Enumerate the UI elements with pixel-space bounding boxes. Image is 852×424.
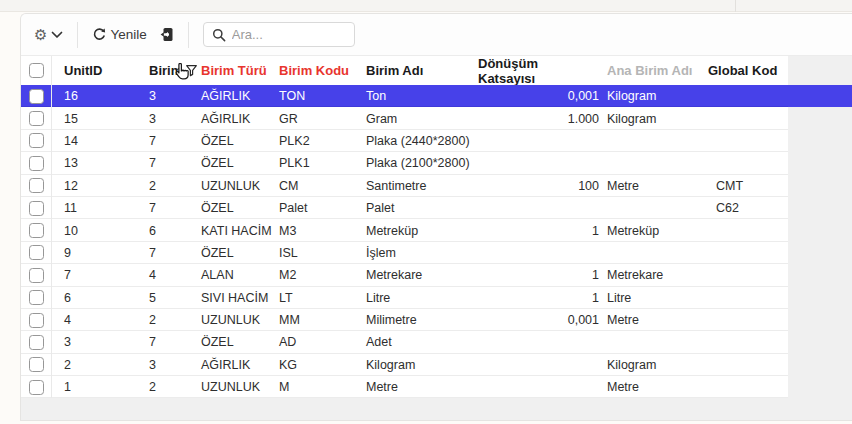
cell-global_kod [706, 287, 788, 309]
filter-icon[interactable] [185, 64, 198, 77]
row-checkbox[interactable] [29, 223, 44, 238]
column-header-label: UnitID [64, 63, 102, 78]
column-separator [51, 197, 52, 219]
cell-unitid: 12 [51, 175, 149, 197]
table-body: 163AĞIRLIKTONTon0,001Kilogram153AĞIRLIKG… [21, 85, 852, 398]
column-header-global_kod[interactable]: Global Kod [706, 56, 788, 85]
cell-birim_adi: Plaka (2100*2800) [366, 152, 478, 174]
cell-global_kod: C62 [706, 197, 788, 219]
table-row[interactable]: 153AĞIRLIKGRGram1.000Kilogram [21, 107, 852, 129]
cell-unitid: 2 [51, 354, 149, 376]
cell-ana_birim: Metreküp [601, 219, 706, 241]
cell-katsayi [478, 376, 601, 398]
cell-ana_birim [601, 242, 706, 264]
row-select-cell [21, 219, 51, 241]
cell-birim_turu: AĞIRLIK [201, 354, 279, 376]
table-row[interactable]: 97ÖZELISLİşlem [21, 242, 852, 264]
cell-unitid: 6 [51, 287, 149, 309]
row-checkbox[interactable] [29, 313, 44, 328]
table-row[interactable]: 23AĞIRLIKKGKilogramKilogram [21, 354, 852, 376]
grid-options-button[interactable]: ⚙ [34, 27, 63, 42]
cell-birim_adi: Milimetre [366, 309, 478, 331]
cell-birim_kodu: PLK1 [279, 152, 366, 174]
cell-birim_turu: ÖZEL [201, 197, 279, 219]
row-select-cell [21, 242, 51, 264]
table-row[interactable]: 122UZUNLUKCMSantimetre100MetreCMT [21, 175, 852, 197]
cell-birim_kodu: MM [279, 309, 366, 331]
cell-birim: 7 [149, 331, 201, 353]
select-all-checkbox-header[interactable] [21, 56, 51, 85]
column-header-katsayi[interactable]: Dönüşüm Katsayısı [478, 56, 601, 85]
column-header-birim_turu[interactable]: Birim Türü [201, 56, 279, 85]
cell-katsayi: 100 [478, 175, 601, 197]
refresh-button[interactable]: Yenile [92, 27, 146, 42]
table-row-selected[interactable]: 163AĞIRLIKTONTon0,001Kilogram [21, 85, 852, 107]
row-checkbox[interactable] [29, 111, 44, 126]
column-separator [51, 175, 52, 197]
row-checkbox[interactable] [29, 156, 44, 171]
cell-ana_birim [601, 130, 706, 152]
column-header-birim[interactable]: Birim [149, 56, 201, 85]
column-header-label: Birim Türü [201, 63, 267, 78]
table-row[interactable]: 137ÖZELPLK1Plaka (2100*2800) [21, 152, 852, 174]
column-header-unitid[interactable]: UnitID [51, 56, 149, 85]
row-checkbox[interactable] [29, 357, 44, 372]
table-row[interactable]: 42UZUNLUKMMMilimetre0,001Metre [21, 309, 852, 331]
cell-katsayi: 1.000 [478, 107, 601, 129]
row-checkbox[interactable] [29, 89, 44, 104]
cell-birim_adi: Ton [366, 85, 478, 107]
select-all-checkbox[interactable] [29, 63, 44, 78]
cell-katsayi [478, 130, 601, 152]
cell-ana_birim: Kilogram [601, 354, 706, 376]
table-row[interactable]: 117ÖZELPaletPaletC62 [21, 197, 852, 219]
row-checkbox[interactable] [29, 201, 44, 216]
cell-katsayi: 0,001 [478, 309, 601, 331]
cell-katsayi: 1 [478, 287, 601, 309]
cell-ana_birim: Metrekare [601, 264, 706, 286]
table-row[interactable]: 65SIVI HACİMLTLitre1Litre [21, 287, 852, 309]
column-header-label: Ana Birim Adı [607, 63, 692, 78]
cell-katsayi: 1 [478, 219, 601, 241]
row-checkbox[interactable] [29, 335, 44, 350]
table-row[interactable]: 106KATI HACİMM3Metreküp1Metreküp [21, 219, 852, 241]
table-row[interactable]: 74ALANM2Metrekare1Metrekare [21, 264, 852, 286]
cell-birim: 7 [149, 152, 201, 174]
row-select-cell [21, 197, 51, 219]
row-checkbox[interactable] [29, 245, 44, 260]
cell-ana_birim [601, 197, 706, 219]
row-checkbox[interactable] [29, 178, 44, 193]
cell-birim_kodu: PLK2 [279, 130, 366, 152]
row-checkbox[interactable] [29, 290, 44, 305]
row-checkbox[interactable] [29, 133, 44, 148]
cell-ana_birim: Metre [601, 376, 706, 398]
cell-katsayi: 1 [478, 264, 601, 286]
cell-ana_birim: Kilogram [601, 85, 706, 107]
import-button[interactable] [159, 27, 174, 42]
cell-global_kod [706, 264, 788, 286]
cell-birim: 5 [149, 287, 201, 309]
column-header-birim_adi[interactable]: Birim Adı [366, 56, 478, 85]
cell-global_kod [706, 376, 788, 398]
cell-birim_kodu: M2 [279, 264, 366, 286]
table-row[interactable]: 147ÖZELPLK2Plaka (2440*2800) [21, 130, 852, 152]
table-row[interactable]: 37ÖZELADAdet [21, 331, 852, 353]
top-strip [0, 0, 852, 12]
cell-birim_adi: Palet [366, 197, 478, 219]
cell-katsayi [478, 152, 601, 174]
row-checkbox[interactable] [29, 380, 44, 395]
cell-unitid: 13 [51, 152, 149, 174]
search-input[interactable] [232, 27, 346, 42]
table-row[interactable]: 12UZUNLUKMMetreMetre [21, 376, 852, 398]
row-checkbox[interactable] [29, 268, 44, 283]
cell-ana_birim: Metre [601, 309, 706, 331]
refresh-icon [92, 28, 106, 42]
column-separator [51, 264, 52, 286]
cell-birim_turu: SIVI HACİM [201, 287, 279, 309]
cell-birim_turu: UZUNLUK [201, 309, 279, 331]
cell-birim_turu: KATI HACİM [201, 219, 279, 241]
cell-ana_birim: Metre [601, 175, 706, 197]
column-header-ana_birim[interactable]: Ana Birim Adı [601, 56, 706, 85]
cell-unitid: 4 [51, 309, 149, 331]
cell-katsayi [478, 354, 601, 376]
column-header-birim_kodu[interactable]: Birim Kodu [279, 56, 366, 85]
